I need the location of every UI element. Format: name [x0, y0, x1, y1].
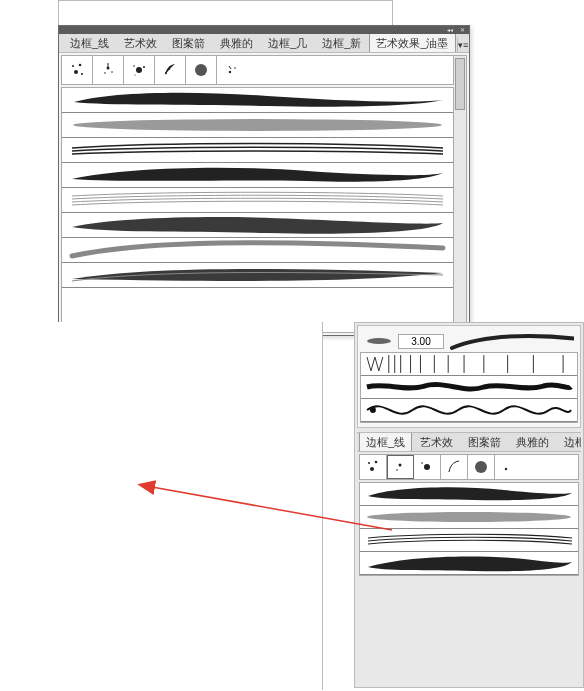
- thumb-row-lower: [359, 454, 579, 480]
- splat-icon: [391, 458, 409, 476]
- brush-stroke-list[interactable]: [61, 87, 454, 333]
- brush-stroke-row[interactable]: [62, 188, 453, 213]
- brush-thumb-2[interactable]: [124, 56, 155, 84]
- lthumb-2[interactable]: [414, 455, 441, 479]
- brush-stroke-row[interactable]: [62, 213, 453, 238]
- ink-stroke-icon: [68, 213, 447, 237]
- collapse-icon[interactable]: ◂◂: [445, 27, 455, 33]
- svg-point-44: [424, 464, 430, 470]
- svg-point-12: [168, 68, 170, 70]
- tab-bar-lower: 边框_线 艺术效 图案箭 典雅的 边框_几 边: [357, 432, 581, 452]
- brush-stroke-row[interactable]: [62, 163, 453, 188]
- brushes-panel-lower: 边框_线 艺术效 图案箭 典雅的 边框_几 边: [354, 322, 584, 688]
- tab-4[interactable]: 边框_几: [261, 34, 314, 52]
- svg-point-47: [505, 468, 507, 470]
- lthumb-5[interactable]: [495, 455, 521, 479]
- scrollbar-thumb[interactable]: [455, 58, 465, 110]
- ltab-1[interactable]: 艺术效: [413, 432, 460, 451]
- splat-icon: [418, 458, 436, 476]
- brush-stroke-row[interactable]: [62, 113, 453, 138]
- svg-point-25: [367, 338, 391, 344]
- ink-stroke-icon: [68, 88, 447, 112]
- tab-6[interactable]: 艺术效果_油墨: [369, 34, 455, 53]
- splat-icon: [68, 61, 86, 79]
- stroke-width-icon: [364, 335, 394, 347]
- tab-5[interactable]: 边框_新: [315, 34, 368, 52]
- splat-icon: [192, 61, 210, 79]
- tab-0[interactable]: 边框_线: [63, 34, 116, 52]
- rough-stroke-icon: [365, 376, 573, 398]
- svg-point-16: [73, 119, 442, 131]
- lthumb-4[interactable]: [468, 455, 495, 479]
- panel-menu-icon[interactable]: ▾≡: [457, 38, 470, 52]
- lthumb-0[interactable]: [360, 455, 387, 479]
- ink-stroke-icon: [364, 483, 574, 505]
- svg-point-6: [111, 71, 113, 73]
- brush-thumb-0[interactable]: [62, 56, 93, 84]
- svg-point-13: [195, 64, 207, 76]
- brush-row[interactable]: [361, 376, 577, 399]
- brush-thumb-3[interactable]: [155, 56, 186, 84]
- wave-stroke-icon: [450, 330, 574, 352]
- brush-stroke-row[interactable]: [360, 506, 578, 529]
- tab-1[interactable]: 艺术效: [117, 34, 164, 52]
- svg-point-8: [133, 65, 135, 67]
- artboard[interactable]: 墨点 X: 327.02 px Y: 368.79 px: [0, 322, 323, 690]
- svg-point-11: [165, 72, 167, 74]
- ink-stroke-icon: [68, 238, 447, 262]
- thumb-row: [61, 55, 454, 85]
- ink-stroke-icon: [364, 552, 574, 574]
- brush-stroke-row[interactable]: [62, 263, 453, 288]
- brush-stroke-row[interactable]: [360, 483, 578, 506]
- svg-point-45: [421, 462, 423, 464]
- brush-stroke-row[interactable]: [62, 138, 453, 163]
- brush-thumb-1[interactable]: [93, 56, 124, 84]
- brush-stroke-row[interactable]: [62, 88, 453, 113]
- lthumb-1[interactable]: [387, 455, 414, 479]
- canvas-edge: [58, 0, 393, 27]
- brush-stroke-row[interactable]: [62, 238, 453, 263]
- ink-stroke-icon: [364, 529, 574, 551]
- brush-thumb-5[interactable]: [217, 56, 247, 84]
- splat-icon: [364, 458, 382, 476]
- brush-stroke-row[interactable]: [360, 529, 578, 552]
- svg-point-14: [229, 71, 231, 73]
- svg-point-41: [370, 467, 374, 471]
- splat-icon: [445, 458, 463, 476]
- ltab-0[interactable]: 边框_线: [359, 432, 412, 452]
- svg-point-1: [79, 64, 82, 67]
- scrollbar[interactable]: [454, 55, 467, 333]
- lthumb-3[interactable]: [441, 455, 468, 479]
- stroke-size-input[interactable]: [398, 334, 444, 349]
- brush-stroke-row[interactable]: [360, 552, 578, 575]
- ltab-4[interactable]: 边框_几: [557, 432, 581, 451]
- svg-point-2: [74, 70, 78, 74]
- ltab-3[interactable]: 典雅的: [509, 432, 556, 451]
- pattern-stroke-icon: [365, 353, 573, 375]
- splat-icon: [130, 61, 148, 79]
- svg-point-5: [104, 72, 106, 74]
- panel-titlebar[interactable]: ◂◂ ✕: [59, 26, 469, 34]
- ink-stroke-icon: [68, 138, 447, 162]
- splat-icon: [161, 61, 179, 79]
- splat-icon: [99, 61, 117, 79]
- brush-thumb-4[interactable]: [186, 56, 217, 84]
- ornament-stroke-icon: [365, 399, 573, 421]
- svg-point-15: [234, 67, 236, 69]
- svg-point-7: [136, 67, 142, 73]
- ink-stroke-icon: [68, 188, 447, 212]
- ink-stroke-icon: [364, 506, 574, 528]
- svg-point-40: [375, 461, 378, 464]
- brush-row[interactable]: [361, 353, 577, 376]
- tab-3[interactable]: 典雅的: [213, 34, 260, 52]
- brush-row[interactable]: [361, 399, 577, 422]
- ltab-2[interactable]: 图案箭: [461, 432, 508, 451]
- svg-point-0: [72, 65, 74, 67]
- upper-section: [357, 325, 581, 428]
- svg-point-10: [134, 74, 135, 75]
- ink-stroke-icon: [68, 113, 447, 137]
- tab-bar: 边框_线 艺术效 图案箭 典雅的 边框_几 边框_新 艺术效果_油墨 ▾≡: [59, 34, 469, 53]
- close-icon[interactable]: ✕: [457, 27, 467, 33]
- svg-point-39: [368, 462, 370, 464]
- tab-2[interactable]: 图案箭: [165, 34, 212, 52]
